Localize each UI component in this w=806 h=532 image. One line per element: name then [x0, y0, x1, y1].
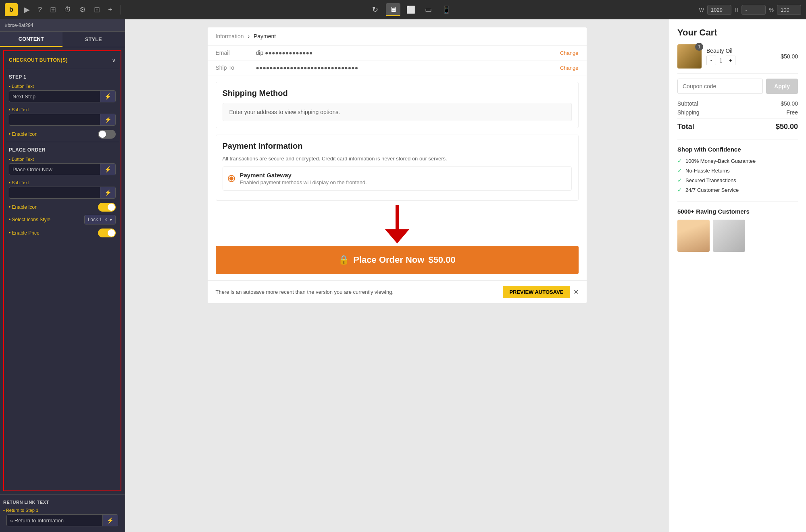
place-order-enable-icon-row: Enable Icon	[6, 201, 119, 213]
tablet-landscape-btn[interactable]: ▭	[421, 3, 436, 16]
cart-qty-row: - 1 +	[706, 56, 776, 65]
layers-icon[interactable]: ⊞	[48, 4, 58, 16]
cart-item-price: $50.00	[781, 53, 798, 60]
chevron-down-icon[interactable]: ▾	[110, 217, 112, 222]
toolbar-right: W H %	[699, 5, 801, 15]
confidence-title: Shop with Confidence	[677, 146, 798, 153]
checkout-buttons-header[interactable]: CHECKOUT BUTTON(S) ∨	[6, 53, 119, 67]
enable-price-label: Enable Price	[9, 230, 40, 236]
select-close-icon[interactable]: ×	[104, 217, 107, 222]
payment-gateway-sublabel: Enabled payment methods will display on …	[240, 179, 367, 185]
payment-gateway-info: Payment Gateway Enabled payment methods …	[240, 172, 367, 185]
tablet-btn[interactable]: ⬜	[404, 3, 418, 16]
apply-coupon-btn[interactable]: Apply	[766, 79, 798, 94]
place-order-btn-text-row: ⚡	[9, 163, 116, 175]
return-input-dynamic[interactable]: ⚡	[102, 515, 118, 526]
enable-price-toggle[interactable]	[98, 229, 116, 237]
place-order-enable-icon-label: Enable Icon	[9, 204, 37, 210]
tab-style[interactable]: STYLE	[62, 32, 125, 47]
preview-autosave-btn[interactable]: PREVIEW AUTOSAVE	[503, 286, 570, 298]
email-change[interactable]: Change	[560, 50, 579, 56]
email-label: Email	[216, 50, 256, 56]
step1-btn-text-input[interactable]	[9, 91, 100, 102]
panel-tabs: CONTENT STYLE	[0, 32, 125, 47]
step1-btn-text-row: ⚡	[9, 90, 116, 102]
step1-enable-icon-toggle[interactable]	[98, 130, 116, 139]
shipping-value: Free	[786, 109, 798, 116]
step1-sub-text-dynamic[interactable]: ⚡	[100, 114, 115, 125]
place-order-btn-text-input[interactable]	[9, 164, 100, 175]
logo[interactable]: b	[5, 3, 18, 16]
coupon-row: Apply	[677, 79, 798, 94]
check-icon-2: ✓	[677, 177, 682, 183]
autosave-message: There is an autosave more recent than th…	[216, 289, 394, 295]
step1-enable-icon-row: Enable Icon	[6, 128, 119, 140]
payment-radio[interactable]	[228, 175, 235, 182]
w-label: W	[699, 7, 704, 13]
code-icon[interactable]: ⊡	[92, 4, 102, 16]
element-id: #brxe-8af294	[0, 19, 125, 32]
customer-photo-1	[677, 220, 710, 252]
qty-increase-btn[interactable]: +	[726, 56, 735, 65]
step1-title: STEP 1	[6, 71, 119, 81]
step1-sub-text-input[interactable]	[9, 114, 100, 125]
red-arrow-container	[208, 203, 587, 243]
qty-decrease-btn[interactable]: -	[706, 56, 716, 65]
width-field[interactable]	[707, 5, 731, 15]
email-row: Email dip ●●●●●●●●●●●●●● Change	[208, 46, 587, 60]
history-icon[interactable]: ⏱	[62, 4, 73, 16]
divider-1	[6, 69, 119, 69]
tab-content[interactable]: CONTENT	[0, 32, 62, 47]
place-order-sub-text-dynamic[interactable]: ⚡	[100, 187, 115, 198]
add-icon[interactable]: +	[106, 4, 114, 16]
total-label: Total	[677, 123, 694, 131]
qty-value: 1	[719, 57, 723, 64]
coupon-input[interactable]	[677, 79, 763, 94]
help-icon[interactable]: ?	[36, 4, 44, 16]
divider-2	[6, 142, 119, 142]
cart-item-name: Beauty Oil	[706, 48, 776, 54]
pct-label: %	[769, 7, 774, 13]
settings-icon[interactable]: ⚙	[78, 4, 87, 16]
breadcrumb-parent[interactable]: Information	[216, 33, 244, 39]
step1-btn-text-dynamic[interactable]: ⚡	[100, 91, 115, 102]
confidence-item-1: ✓ No-Hassle Returns	[677, 167, 798, 174]
place-order-label: Place Order Now	[353, 255, 424, 265]
customer-image-1	[677, 220, 710, 252]
return-input[interactable]	[7, 515, 102, 526]
payment-section: Payment Information All transactions are…	[216, 135, 579, 201]
select-icons-value: Lock 1	[88, 217, 102, 222]
select-icons-label: Select Icons Style	[9, 217, 50, 222]
shipping-notice: Enter your address to view shipping opti…	[223, 103, 572, 121]
total-value: $50.00	[776, 123, 798, 131]
checkout-buttons-label: CHECKOUT BUTTON(S)	[9, 57, 68, 63]
place-order-title: PLACE ORDER	[6, 144, 119, 154]
payment-gateway-label: Payment Gateway	[240, 172, 367, 179]
confidence-text-0: 100% Money-Back Guarantee	[685, 158, 756, 164]
cart-item-details: Beauty Oil - 1 +	[706, 48, 776, 65]
refresh-btn[interactable]: ↻	[368, 3, 383, 16]
zoom-field[interactable]	[777, 5, 801, 15]
place-order-btn-text-label: Button Text	[6, 154, 119, 162]
shipto-value: ●●●●●●●●●●●●●●●●●●●●●●●●●●●●●●	[256, 64, 560, 71]
red-arrow-icon	[381, 203, 413, 243]
cursor-icon[interactable]: ▶	[23, 4, 31, 16]
cart-item: 1 Beauty Oil - 1 + $50.00	[677, 44, 798, 74]
select-icons-field[interactable]: Lock 1 × ▾	[84, 215, 116, 224]
place-order-sub-text-label: Sub Text	[6, 178, 119, 186]
step1-enable-icon-label: Enable Icon	[9, 131, 37, 137]
desktop-btn[interactable]: 🖥	[386, 3, 400, 16]
mobile-btn[interactable]: 📱	[439, 3, 454, 16]
place-order-button[interactable]: 🔒 Place Order Now $50.00	[216, 246, 579, 274]
place-order-enable-icon-toggle[interactable]	[98, 203, 116, 212]
cart-title: Your Cart	[677, 27, 798, 38]
height-field[interactable]	[741, 5, 766, 15]
place-order-sub-text-input[interactable]	[9, 187, 100, 198]
return-link-section: RETURN LINK TEXT Return to Step 1 ⚡	[0, 495, 125, 532]
shipto-change[interactable]: Change	[560, 65, 579, 71]
place-order-btn-text-dynamic[interactable]: ⚡	[100, 164, 115, 175]
confidence-text-2: Secured Transactions	[685, 177, 736, 183]
check-icon-1: ✓	[677, 167, 682, 174]
main-layout: #brxe-8af294 CONTENT STYLE CHECKOUT BUTT…	[0, 19, 806, 532]
autosave-close-btn[interactable]: ✕	[573, 288, 579, 296]
